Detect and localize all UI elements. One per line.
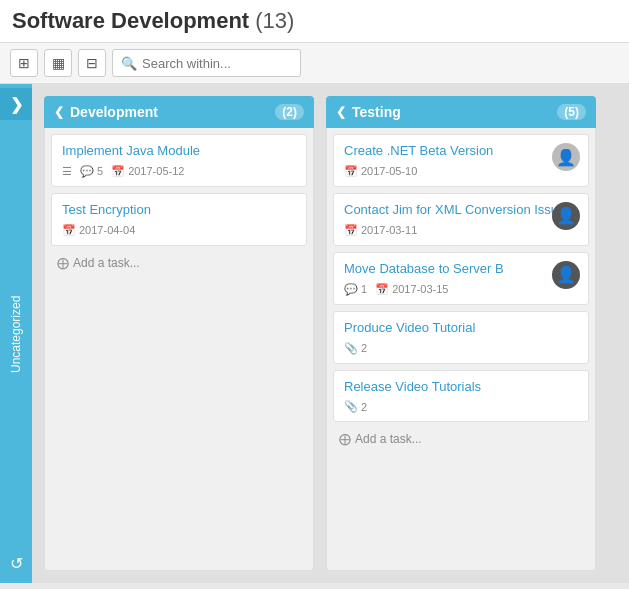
task-date: 2017-04-04 [79, 224, 135, 236]
comments-item: 💬 1 [344, 283, 367, 296]
chevron-right-icon: ❯ [10, 95, 23, 114]
sidebar: ❯ Uncategorized ↺ [0, 84, 32, 583]
task-date: 2017-05-10 [361, 165, 417, 177]
attachment-icon: 📎 [344, 342, 358, 355]
add-task-label: Add a task... [355, 432, 422, 446]
date-item: 📅 2017-05-12 [111, 165, 184, 178]
task-meta: 📎 2 [344, 342, 578, 355]
calendar-icon: 📅 [111, 165, 125, 178]
task-date: 2017-03-15 [392, 283, 448, 295]
page-title-text: Software Development [12, 8, 249, 33]
attachment-item: 📎 2 [344, 342, 367, 355]
task-card[interactable]: Move Database to Server B 💬 1 📅 2017-03-… [333, 252, 589, 305]
view-calendar-button[interactable]: ▦ [44, 49, 72, 77]
column-header-development: ❮ Development (2) [44, 96, 314, 128]
task-title: Create .NET Beta Version [344, 143, 578, 160]
header: Software Development (13) [0, 0, 629, 43]
kanban-column-development: ❮ Development (2) Implement Java Module … [44, 96, 314, 571]
column-body-testing: Create .NET Beta Version 📅 2017-05-10 👤 … [326, 128, 596, 571]
list-icon-item: ☰ [62, 165, 72, 178]
search-box: 🔍 [112, 49, 301, 77]
task-meta: ☰ 💬 5 📅 2017-05-12 [62, 165, 296, 178]
task-title: Move Database to Server B [344, 261, 578, 278]
chevron-left-icon: ❮ [54, 105, 64, 119]
attachment-icon: 📎 [344, 400, 358, 413]
date-item: 📅 2017-05-10 [344, 165, 417, 178]
column-icon: ⊟ [86, 55, 98, 71]
column-body-development: Implement Java Module ☰ 💬 5 📅 2017-05-12… [44, 128, 314, 571]
calendar-icon: ▦ [52, 55, 65, 71]
task-meta: 📅 2017-03-11 [344, 224, 578, 237]
comments-item: 💬 5 [80, 165, 103, 178]
task-title: Test Encryption [62, 202, 296, 219]
calendar-icon: 📅 [344, 165, 358, 178]
task-meta: 💬 1 📅 2017-03-15 [344, 283, 578, 296]
task-meta: 📅 2017-05-10 [344, 165, 578, 178]
task-card[interactable]: Implement Java Module ☰ 💬 5 📅 2017-05-12 [51, 134, 307, 187]
task-title: Implement Java Module [62, 143, 296, 160]
calendar-icon: 📅 [344, 224, 358, 237]
task-meta: 📅 2017-04-04 [62, 224, 296, 237]
task-title: Contact Jim for XML Conversion Issue [344, 202, 578, 219]
page-count: (13) [255, 8, 294, 33]
comment-icon: 💬 [80, 165, 94, 178]
task-date: 2017-03-11 [361, 224, 417, 236]
column-header-left: ❮ Testing [336, 104, 401, 120]
column-header-testing: ❮ Testing (5) [326, 96, 596, 128]
search-icon: 🔍 [121, 56, 137, 71]
kanban-area: ❮ Development (2) Implement Java Module … [32, 84, 629, 583]
sidebar-label: Uncategorized [9, 120, 23, 548]
attachment-count: 2 [361, 342, 367, 354]
date-item: 📅 2017-04-04 [62, 224, 135, 237]
comment-count: 1 [361, 283, 367, 295]
avatar: 👤 [552, 202, 580, 230]
task-meta: 📎 2 [344, 400, 578, 413]
grid-icon: ⊞ [18, 55, 30, 71]
chevron-left-icon: ❮ [336, 105, 346, 119]
main-layout: ❯ Uncategorized ↺ ❮ Development (2) Impl… [0, 84, 629, 583]
task-title: Produce Video Tutorial [344, 320, 578, 337]
task-title: Release Video Tutorials [344, 379, 578, 396]
kanban-column-testing: ❮ Testing (5) Create .NET Beta Version 📅… [326, 96, 596, 571]
column-title: Development [70, 104, 158, 120]
task-card[interactable]: Release Video Tutorials 📎 2 [333, 370, 589, 423]
calendar-icon: 📅 [62, 224, 76, 237]
column-count: (2) [275, 104, 304, 120]
task-card[interactable]: Test Encryption 📅 2017-04-04 [51, 193, 307, 246]
attachment-item: 📎 2 [344, 400, 367, 413]
comment-count: 5 [97, 165, 103, 177]
column-header-left: ❮ Development [54, 104, 158, 120]
task-card[interactable]: Produce Video Tutorial 📎 2 [333, 311, 589, 364]
date-item: 📅 2017-03-15 [375, 283, 448, 296]
plus-icon: ⨁ [339, 432, 351, 446]
calendar-icon: 📅 [375, 283, 389, 296]
task-card[interactable]: Create .NET Beta Version 📅 2017-05-10 👤 [333, 134, 589, 187]
column-title: Testing [352, 104, 401, 120]
add-task-label: Add a task... [73, 256, 140, 270]
comment-icon: 💬 [344, 283, 358, 296]
sidebar-toggle-button[interactable]: ❯ [0, 88, 32, 120]
avatar: 👤 [552, 143, 580, 171]
date-item: 📅 2017-03-11 [344, 224, 417, 237]
refresh-icon: ↺ [10, 555, 23, 572]
attachment-count: 2 [361, 401, 367, 413]
toolbar: ⊞ ▦ ⊟ 🔍 [0, 43, 629, 84]
task-date: 2017-05-12 [128, 165, 184, 177]
avatar: 👤 [552, 261, 580, 289]
task-card[interactable]: Contact Jim for XML Conversion Issue 📅 2… [333, 193, 589, 246]
add-task-button[interactable]: ⨁Add a task... [51, 252, 307, 274]
page-title: Software Development (13) [12, 8, 617, 34]
plus-icon: ⨁ [57, 256, 69, 270]
view-grid-button[interactable]: ⊞ [10, 49, 38, 77]
list-icon: ☰ [62, 165, 72, 178]
column-count: (5) [557, 104, 586, 120]
view-column-button[interactable]: ⊟ [78, 49, 106, 77]
search-input[interactable] [142, 56, 292, 71]
sidebar-bottom-button[interactable]: ↺ [4, 548, 29, 579]
add-task-button[interactable]: ⨁Add a task... [333, 428, 589, 450]
